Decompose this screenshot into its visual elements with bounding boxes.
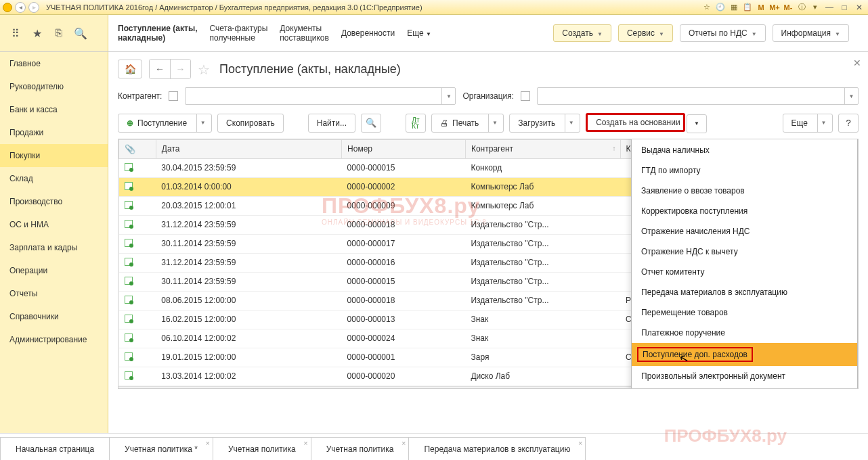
org-combo[interactable]: ▼: [537, 87, 859, 105]
close-button[interactable]: ✕: [853, 2, 865, 13]
vat-reports-button[interactable]: Отчеты по НДС: [680, 24, 766, 42]
menu-item[interactable]: Отражение НДС к вычету: [632, 242, 857, 262]
bottom-tab[interactable]: Учетная политика×: [311, 437, 410, 460]
doc-icon: [125, 277, 133, 285]
doc-icon: [125, 371, 133, 380]
doc-icon: [125, 352, 133, 361]
menu-item[interactable]: Перемещение товаров: [632, 302, 857, 323]
menu-item[interactable]: Отражение начисления НДС: [632, 221, 857, 242]
memory-m[interactable]: M: [756, 2, 766, 13]
titlebar: ◂ ▸ УЧЕТНАЯ ПОЛИТИКА 2016год / Администр…: [0, 0, 868, 15]
title-calendar-icon[interactable]: 📋: [742, 2, 753, 13]
help-button[interactable]: ?: [838, 114, 859, 133]
copy-button[interactable]: Скопировать: [217, 114, 284, 133]
sidebar: ГлавноеРуководителюБанк и кассаПродажиПо…: [0, 52, 108, 433]
apps-icon[interactable]: ⠿: [9, 27, 22, 39]
menu-item[interactable]: Поступление доп. расходов↖: [632, 343, 857, 366]
section-supplier-docs[interactable]: Документы поставщиков: [280, 24, 329, 43]
tab-close-icon[interactable]: ×: [402, 439, 406, 447]
clear-find-button[interactable]: 🔍: [361, 114, 381, 133]
sidebar-item-10[interactable]: Отчеты: [0, 282, 108, 305]
forward-button[interactable]: →: [170, 60, 190, 78]
nav-fwd-orb[interactable]: ▸: [28, 2, 39, 13]
doc-icon: [125, 163, 133, 171]
tab-close-icon[interactable]: ×: [303, 439, 307, 447]
doc-icon: [125, 258, 133, 266]
org-label: Организация:: [462, 91, 514, 101]
org-checkbox[interactable]: [521, 91, 530, 101]
nav-back-orb[interactable]: ◂: [15, 2, 26, 13]
maximize-button[interactable]: □: [838, 2, 850, 13]
page-title: Поступление (акты, накладные): [219, 62, 401, 76]
bottom-tab[interactable]: Передача материалов в эксплуатацию×: [408, 437, 586, 460]
favorite-icon[interactable]: ★: [31, 27, 43, 39]
sidebar-item-5[interactable]: Склад: [0, 167, 108, 190]
minimize-button[interactable]: —: [823, 2, 836, 13]
title-dropdown-icon[interactable]: ▾: [810, 2, 821, 13]
col-date[interactable]: Дата: [156, 139, 341, 158]
bottom-tab[interactable]: Учетная политика×: [213, 437, 311, 460]
title-history-icon[interactable]: 🕘: [715, 2, 726, 13]
col-number[interactable]: Номер: [342, 139, 466, 158]
title-fav-icon[interactable]: ☆: [701, 2, 712, 13]
dtct-button[interactable]: ДтКт: [406, 114, 426, 133]
more-button[interactable]: Еще▼: [783, 114, 833, 133]
top-navigation: ⠿ ★ ⎘ 🔍 Поступление (акты, накладные) Сч…: [0, 15, 868, 52]
menu-item[interactable]: Произвольный электронный документ: [632, 366, 857, 386]
sidebar-item-7[interactable]: ОС и НМА: [0, 213, 108, 236]
title-info-icon[interactable]: ⓘ: [796, 2, 807, 13]
app-icon: [3, 3, 12, 12]
menu-item[interactable]: Платежное поручение: [632, 323, 857, 343]
bottom-tab[interactable]: Начальная страница: [0, 437, 110, 460]
doc-icon: [125, 182, 133, 190]
main-content: ✕ 🏠 ← → ☆ Поступление (акты, накладные) …: [108, 52, 868, 433]
service-button[interactable]: Сервис: [618, 24, 673, 42]
search-icon[interactable]: 🔍: [74, 27, 87, 39]
doc-icon: [125, 315, 133, 323]
sidebar-item-3[interactable]: Продажи: [0, 121, 108, 144]
star-icon[interactable]: ☆: [198, 62, 213, 76]
menu-item[interactable]: Выдача наличных: [632, 140, 857, 160]
receipt-button[interactable]: ⊕Поступление▼: [118, 114, 212, 133]
load-button[interactable]: Загрузить▼: [509, 114, 580, 133]
find-button[interactable]: Найти...: [308, 114, 355, 133]
sidebar-item-12[interactable]: Администрирование: [0, 328, 108, 351]
memory-mminus[interactable]: M-: [783, 2, 794, 13]
tab-close-icon[interactable]: ×: [578, 439, 582, 447]
sidebar-item-9[interactable]: Операции: [0, 259, 108, 282]
counterparty-combo[interactable]: ▼: [185, 87, 456, 105]
tab-close-icon[interactable]: ×: [205, 439, 209, 447]
close-icon[interactable]: ✕: [853, 58, 861, 68]
bottom-tab[interactable]: Учетная политика *×: [109, 437, 213, 460]
col-counterparty[interactable]: Контрагент↑: [465, 139, 620, 158]
title-calc-icon[interactable]: ▦: [729, 2, 739, 13]
menu-item[interactable]: Передача материалов в эксплуатацию: [632, 282, 857, 302]
menu-item[interactable]: Отчет комитенту: [632, 262, 857, 282]
attachment-icon: 📎: [125, 144, 135, 154]
create-based-dropdown[interactable]: ▼: [687, 114, 707, 133]
section-invoices[interactable]: Счета-фактуры полученные: [209, 24, 267, 43]
sidebar-item-0[interactable]: Главное: [0, 52, 108, 75]
create-button[interactable]: Создать: [553, 24, 611, 42]
counterparty-checkbox[interactable]: [169, 91, 178, 101]
clipboard-icon[interactable]: ⎘: [53, 27, 65, 39]
create-based-button[interactable]: Создать на основании: [586, 113, 685, 132]
doc-icon: [125, 201, 133, 209]
print-button[interactable]: 🖨Печать▼: [431, 114, 504, 133]
menu-item[interactable]: Заявление о ввозе товаров: [632, 181, 857, 201]
section-poa[interactable]: Доверенности: [341, 28, 395, 38]
sidebar-item-8[interactable]: Зарплата и кадры: [0, 236, 108, 259]
section-receipts[interactable]: Поступление (акты, накладные): [118, 24, 197, 43]
sidebar-item-4[interactable]: Покупки: [0, 144, 108, 167]
home-button[interactable]: 🏠: [118, 60, 142, 78]
sidebar-item-1[interactable]: Руководителю: [0, 75, 108, 98]
memory-mplus[interactable]: M+: [769, 2, 780, 13]
sidebar-item-11[interactable]: Справочники: [0, 305, 108, 328]
sidebar-item-2[interactable]: Банк и касса: [0, 98, 108, 121]
menu-item[interactable]: ГТД по импорту: [632, 160, 857, 181]
sidebar-item-6[interactable]: Производство: [0, 190, 108, 213]
section-more[interactable]: Еще ▼: [407, 28, 431, 38]
back-button[interactable]: ←: [150, 60, 170, 78]
menu-item[interactable]: Корректировка поступления: [632, 201, 857, 221]
info-button[interactable]: Информация: [773, 24, 849, 42]
